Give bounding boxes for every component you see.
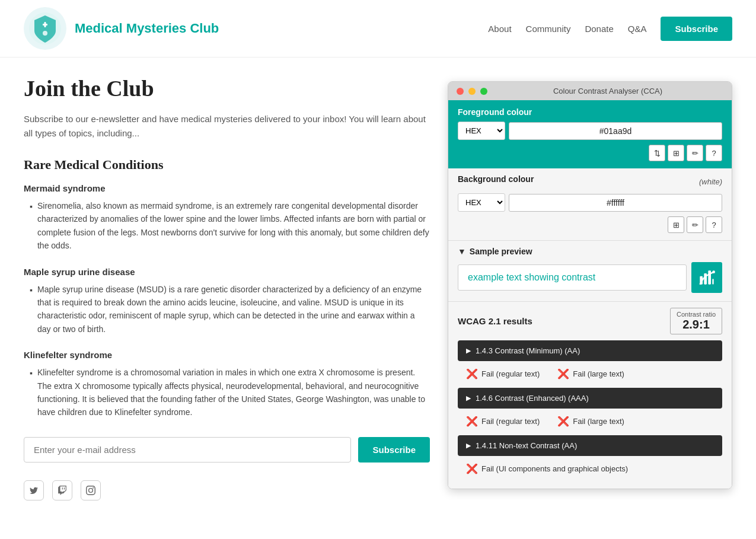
- fail-regular-aaa-label: Fail (regular text): [481, 417, 540, 426]
- fail-x-icon: ❌: [466, 368, 478, 379]
- cca-title: Colour Contrast Analyser (CCA): [492, 87, 723, 95]
- fail-large-aa-label: Fail (large text): [573, 369, 624, 378]
- wcag-block-aaa: ▶ 1.4.6 Contrast (Enhanced) (AAA) ❌ Fail…: [458, 388, 722, 432]
- fg-type-select[interactable]: HEX: [458, 122, 505, 140]
- bg-sliders-btn[interactable]: ⊞: [668, 216, 684, 233]
- svg-rect-6: [708, 270, 711, 284]
- background-label: Background colour: [458, 174, 534, 184]
- chart-icon: [698, 269, 715, 286]
- wcag-label: WCAG 2.1 results: [458, 316, 532, 326]
- background-input-row: HEX: [458, 193, 722, 212]
- preview-content: example text showing contrast: [458, 262, 722, 293]
- fg-sliders-btn[interactable]: ⊞: [668, 145, 684, 161]
- foreground-input-row: HEX: [458, 122, 722, 140]
- subscribe-button[interactable]: Subscribe: [358, 437, 430, 463]
- fail-regular-aa: ❌ Fail (regular text): [466, 368, 540, 379]
- fg-tools-row: ⇅ ⊞ ✏ ?: [458, 145, 722, 161]
- email-section: Subscribe: [24, 437, 430, 463]
- preview-arrow-icon: ▼: [458, 247, 466, 256]
- fail-x-large-aaa-icon: ❌: [557, 416, 569, 427]
- fail-nontext: ❌ Fail (UI components and graphical obje…: [466, 463, 628, 474]
- condition-title-msud: Maple syrup urine disease: [24, 267, 430, 277]
- svg-rect-7: [712, 279, 713, 284]
- wcag-block-aa: ▶ 1.4.3 Contrast (Minimum) (AA) ❌ Fail (…: [458, 340, 722, 384]
- condition-klinefelter: Klinefelter syndrome Klinefelter syndrom…: [24, 350, 430, 419]
- wcag-fail-row-nontext: ❌ Fail (UI components and graphical obje…: [458, 458, 722, 479]
- bg-help-btn[interactable]: ?: [706, 216, 722, 233]
- background-section: Background colour (white) HEX ⊞ ✏ ?: [448, 168, 732, 240]
- fail-regular-aaa: ❌ Fail (regular text): [466, 416, 540, 427]
- preview-label: Sample preview: [470, 247, 532, 256]
- social-icons: [24, 480, 430, 500]
- bg-label-row: Background colour (white): [458, 174, 722, 189]
- wcag-fail-row-aa: ❌ Fail (regular text) ❌ Fail (large text…: [458, 363, 722, 384]
- site-header: Medical Mysteries Club About Community D…: [0, 0, 756, 58]
- fg-swap-btn[interactable]: ⇅: [649, 145, 665, 161]
- intro-text: Subscribe to our e-newsletter and have m…: [24, 112, 430, 141]
- cca-titlebar: Colour Contrast Analyser (CCA): [448, 82, 732, 100]
- titlebar-maximize[interactable]: [480, 88, 487, 95]
- condition-title-klinefelter: Klinefelter syndrome: [24, 350, 430, 360]
- preview-header: ▼ Sample preview: [458, 247, 722, 256]
- preview-chart-button[interactable]: [691, 262, 722, 293]
- fg-eyedropper-btn[interactable]: ✏: [687, 145, 703, 161]
- bg-tools-row: ⊞ ✏ ?: [458, 216, 722, 233]
- email-input[interactable]: [24, 437, 351, 463]
- twitch-icon[interactable]: [52, 480, 72, 500]
- contrast-ratio-label: Contrast ratio: [677, 311, 716, 318]
- wcag-item-aaa-label: 1.4.6 Contrast (Enhanced) (AAA): [476, 394, 589, 403]
- titlebar-minimize[interactable]: [468, 88, 476, 95]
- header-subscribe-button[interactable]: Subscribe: [661, 17, 732, 41]
- fg-hex-input[interactable]: [509, 122, 722, 140]
- foreground-section: Foreground colour HEX ⇅ ⊞ ✏ ?: [448, 100, 732, 168]
- site-title: Medical Mysteries Club: [75, 21, 219, 36]
- left-content: Join the Club Subscribe to our e-newslet…: [24, 75, 430, 500]
- main-nav: About Community Donate Q&A Subscribe: [488, 17, 732, 41]
- svg-point-3: [43, 31, 47, 36]
- bg-type-select[interactable]: HEX: [458, 193, 505, 212]
- svg-point-8: [712, 270, 715, 273]
- logo-image: [24, 7, 66, 50]
- fg-help-btn[interactable]: ?: [706, 145, 722, 161]
- fail-x-aaa-icon: ❌: [466, 416, 478, 427]
- cca-body: Foreground colour HEX ⇅ ⊞ ✏ ? Backgrou: [448, 100, 732, 489]
- bg-eyedropper-btn[interactable]: ✏: [687, 216, 703, 233]
- fail-large-aaa-label: Fail (large text): [573, 417, 624, 426]
- sample-preview-section: ▼ Sample preview example text showing co…: [448, 240, 732, 301]
- bg-hex-input[interactable]: [509, 194, 722, 212]
- contrast-ratio-value: 2.9:1: [677, 318, 716, 331]
- wcag-block-nontext: ▶ 1.4.11 Non-text Contrast (AA) ❌ Fail (…: [458, 435, 722, 479]
- section-title: Rare Medical Conditions: [24, 157, 430, 173]
- wcag-item-aa-label: 1.4.3 Contrast (Minimum) (AA): [476, 346, 580, 355]
- page-title: Join the Club: [24, 75, 430, 101]
- wcag-fail-row-aaa: ❌ Fail (regular text) ❌ Fail (large text…: [458, 411, 722, 432]
- nav-community[interactable]: Community: [526, 24, 571, 34]
- nav-about[interactable]: About: [488, 24, 511, 34]
- instagram-icon[interactable]: [81, 480, 101, 500]
- condition-desc-msud: Maple syrup urine disease (MSUD) is a ra…: [30, 283, 430, 336]
- results-header-row: WCAG 2.1 results Contrast ratio 2.9:1: [458, 308, 722, 334]
- wcag-item-aa[interactable]: ▶ 1.4.3 Contrast (Minimum) (AA): [458, 340, 722, 361]
- fail-regular-aa-label: Fail (regular text): [481, 369, 540, 378]
- fail-nontext-label: Fail (UI components and graphical object…: [481, 464, 628, 473]
- svg-rect-2: [44, 22, 46, 27]
- bg-white-note: (white): [699, 177, 722, 186]
- foreground-label: Foreground colour: [458, 107, 722, 117]
- condition-msud: Maple syrup urine disease Maple syrup ur…: [24, 267, 430, 336]
- condition-desc-mermaid: Sirenomelia, also known as mermaid syndr…: [30, 199, 430, 253]
- twitter-icon[interactable]: [24, 480, 44, 500]
- cca-panel: Colour Contrast Analyser (CCA) Foregroun…: [448, 81, 732, 489]
- nav-qa[interactable]: Q&A: [628, 24, 647, 34]
- wcag-nontext-arrow-icon: ▶: [466, 442, 471, 449]
- nav-donate[interactable]: Donate: [585, 24, 613, 34]
- preview-text: example text showing contrast: [458, 264, 687, 291]
- wcag-results-section: WCAG 2.1 results Contrast ratio 2.9:1 ▶ …: [448, 301, 732, 489]
- condition-desc-klinefelter: Klinefelter syndrome is a chromosomal va…: [30, 366, 430, 419]
- wcag-item-nontext[interactable]: ▶ 1.4.11 Non-text Contrast (AA): [458, 435, 722, 456]
- titlebar-close[interactable]: [457, 88, 464, 95]
- wcag-item-aaa[interactable]: ▶ 1.4.6 Contrast (Enhanced) (AAA): [458, 388, 722, 409]
- condition-mermaid: Mermaid syndrome Sirenomelia, also known…: [24, 183, 430, 253]
- wcag-item-nontext-label: 1.4.11 Non-text Contrast (AA): [476, 441, 577, 450]
- fail-large-aa: ❌ Fail (large text): [557, 368, 624, 379]
- wcag-aaa-arrow-icon: ▶: [466, 394, 471, 402]
